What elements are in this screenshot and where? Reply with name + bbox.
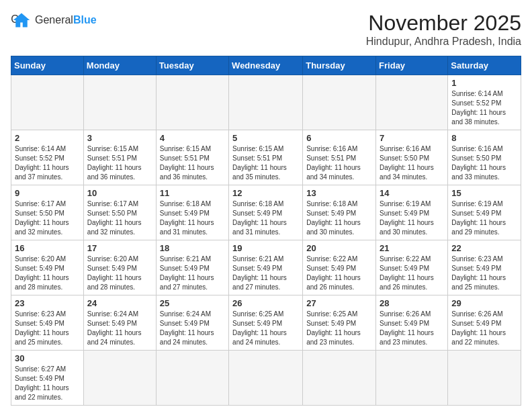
day-number: 7 xyxy=(380,133,444,143)
calendar-cell: 28Sunrise: 6:26 AM Sunset: 5:49 PM Dayli… xyxy=(376,295,448,351)
calendar-cell xyxy=(83,75,156,130)
day-info: Sunrise: 6:17 AM Sunset: 5:50 PM Dayligh… xyxy=(87,199,152,237)
calendar-cell xyxy=(376,351,448,406)
day-info: Sunrise: 6:23 AM Sunset: 5:49 PM Dayligh… xyxy=(15,310,80,347)
day-info: Sunrise: 6:21 AM Sunset: 5:49 PM Dayligh… xyxy=(160,255,225,292)
day-number: 13 xyxy=(306,188,372,198)
day-info: Sunrise: 6:24 AM Sunset: 5:49 PM Dayligh… xyxy=(160,310,225,347)
day-number: 23 xyxy=(15,298,80,308)
calendar-cell: 5Sunrise: 6:15 AM Sunset: 5:51 PM Daylig… xyxy=(229,130,303,185)
day-info: Sunrise: 6:27 AM Sunset: 5:49 PM Dayligh… xyxy=(15,365,80,402)
day-info: Sunrise: 6:25 AM Sunset: 5:49 PM Dayligh… xyxy=(232,310,299,347)
calendar-cell xyxy=(83,351,156,406)
calendar-cell: 15Sunrise: 6:19 AM Sunset: 5:49 PM Dayli… xyxy=(448,185,521,240)
calendar-table: SundayMondayTuesdayWednesdayThursdayFrid… xyxy=(11,56,521,406)
weekday-header-tuesday: Tuesday xyxy=(156,56,228,75)
day-number: 27 xyxy=(306,298,372,308)
weekday-header-wednesday: Wednesday xyxy=(229,56,303,75)
day-number: 14 xyxy=(380,188,444,198)
location-title: Hindupur, Andhra Pradesh, India xyxy=(366,36,521,48)
calendar-cell xyxy=(448,351,521,406)
calendar-cell: 16Sunrise: 6:20 AM Sunset: 5:49 PM Dayli… xyxy=(11,240,84,295)
calendar-cell: 13Sunrise: 6:18 AM Sunset: 5:49 PM Dayli… xyxy=(303,185,376,240)
calendar-cell: 4Sunrise: 6:15 AM Sunset: 5:51 PM Daylig… xyxy=(156,130,228,185)
month-title: November 2025 xyxy=(366,11,521,36)
day-info: Sunrise: 6:14 AM Sunset: 5:52 PM Dayligh… xyxy=(15,144,80,182)
calendar-cell xyxy=(229,75,303,130)
day-number: 3 xyxy=(87,133,152,143)
day-info: Sunrise: 6:16 AM Sunset: 5:50 PM Dayligh… xyxy=(380,144,444,182)
weekday-header-thursday: Thursday xyxy=(303,56,376,75)
day-info: Sunrise: 6:24 AM Sunset: 5:49 PM Dayligh… xyxy=(87,310,152,347)
day-number: 22 xyxy=(451,243,517,253)
day-number: 6 xyxy=(306,133,372,143)
day-number: 21 xyxy=(380,243,444,253)
calendar-cell: 19Sunrise: 6:21 AM Sunset: 5:49 PM Dayli… xyxy=(229,240,303,295)
day-number: 30 xyxy=(15,353,80,363)
day-number: 15 xyxy=(451,188,517,198)
day-number: 9 xyxy=(15,188,80,198)
calendar-cell: 26Sunrise: 6:25 AM Sunset: 5:49 PM Dayli… xyxy=(229,295,303,351)
day-number: 4 xyxy=(160,133,225,143)
calendar-cell: 10Sunrise: 6:17 AM Sunset: 5:50 PM Dayli… xyxy=(83,185,156,240)
day-info: Sunrise: 6:16 AM Sunset: 5:51 PM Dayligh… xyxy=(306,144,372,182)
calendar-cell: 27Sunrise: 6:25 AM Sunset: 5:49 PM Dayli… xyxy=(303,295,376,351)
day-number: 28 xyxy=(380,298,444,308)
calendar-cell: 2Sunrise: 6:14 AM Sunset: 5:52 PM Daylig… xyxy=(11,130,84,185)
week-row-2: 9Sunrise: 6:17 AM Sunset: 5:50 PM Daylig… xyxy=(11,185,521,240)
day-info: Sunrise: 6:18 AM Sunset: 5:49 PM Dayligh… xyxy=(232,199,299,237)
calendar-cell: 14Sunrise: 6:19 AM Sunset: 5:49 PM Dayli… xyxy=(376,185,448,240)
logo-icon: G xyxy=(11,11,32,30)
calendar-cell: 9Sunrise: 6:17 AM Sunset: 5:50 PM Daylig… xyxy=(11,185,84,240)
day-info: Sunrise: 6:21 AM Sunset: 5:49 PM Dayligh… xyxy=(232,255,299,292)
calendar-cell: 3Sunrise: 6:15 AM Sunset: 5:51 PM Daylig… xyxy=(83,130,156,185)
day-info: Sunrise: 6:18 AM Sunset: 5:49 PM Dayligh… xyxy=(306,199,372,237)
day-info: Sunrise: 6:19 AM Sunset: 5:49 PM Dayligh… xyxy=(380,199,444,237)
calendar-cell: 12Sunrise: 6:18 AM Sunset: 5:49 PM Dayli… xyxy=(229,185,303,240)
weekday-header-row: SundayMondayTuesdayWednesdayThursdayFrid… xyxy=(11,56,521,75)
calendar-cell: 30Sunrise: 6:27 AM Sunset: 5:49 PM Dayli… xyxy=(11,351,84,406)
calendar-cell: 25Sunrise: 6:24 AM Sunset: 5:49 PM Dayli… xyxy=(156,295,228,351)
day-number: 29 xyxy=(451,298,517,308)
day-number: 18 xyxy=(160,243,225,253)
day-info: Sunrise: 6:16 AM Sunset: 5:50 PM Dayligh… xyxy=(451,144,517,182)
calendar-cell xyxy=(303,75,376,130)
day-number: 1 xyxy=(451,78,517,88)
calendar-cell: 11Sunrise: 6:18 AM Sunset: 5:49 PM Dayli… xyxy=(156,185,228,240)
weekday-header-monday: Monday xyxy=(83,56,156,75)
day-number: 12 xyxy=(232,188,299,198)
calendar-cell: 18Sunrise: 6:21 AM Sunset: 5:49 PM Dayli… xyxy=(156,240,228,295)
calendar-cell xyxy=(156,75,228,130)
day-info: Sunrise: 6:15 AM Sunset: 5:51 PM Dayligh… xyxy=(87,144,152,182)
week-row-1: 2Sunrise: 6:14 AM Sunset: 5:52 PM Daylig… xyxy=(11,130,521,185)
title-section: November 2025 Hindupur, Andhra Pradesh, … xyxy=(366,11,521,48)
week-row-4: 23Sunrise: 6:23 AM Sunset: 5:49 PM Dayli… xyxy=(11,295,521,351)
week-row-0: 1Sunrise: 6:14 AM Sunset: 5:52 PM Daylig… xyxy=(11,75,521,130)
day-info: Sunrise: 6:22 AM Sunset: 5:49 PM Dayligh… xyxy=(380,255,444,292)
calendar-cell: 20Sunrise: 6:22 AM Sunset: 5:49 PM Dayli… xyxy=(303,240,376,295)
calendar-cell: 17Sunrise: 6:20 AM Sunset: 5:49 PM Dayli… xyxy=(83,240,156,295)
day-info: Sunrise: 6:26 AM Sunset: 5:49 PM Dayligh… xyxy=(451,310,517,347)
calendar-cell xyxy=(376,75,448,130)
day-info: Sunrise: 6:26 AM Sunset: 5:49 PM Dayligh… xyxy=(380,310,444,347)
day-info: Sunrise: 6:20 AM Sunset: 5:49 PM Dayligh… xyxy=(87,255,152,292)
day-number: 17 xyxy=(87,243,152,253)
calendar-cell xyxy=(11,75,84,130)
day-info: Sunrise: 6:20 AM Sunset: 5:49 PM Dayligh… xyxy=(15,255,80,292)
calendar-cell: 29Sunrise: 6:26 AM Sunset: 5:49 PM Dayli… xyxy=(448,295,521,351)
week-row-3: 16Sunrise: 6:20 AM Sunset: 5:49 PM Dayli… xyxy=(11,240,521,295)
weekday-header-saturday: Saturday xyxy=(448,56,521,75)
calendar-cell: 7Sunrise: 6:16 AM Sunset: 5:50 PM Daylig… xyxy=(376,130,448,185)
day-number: 26 xyxy=(232,298,299,308)
day-info: Sunrise: 6:25 AM Sunset: 5:49 PM Dayligh… xyxy=(306,310,372,347)
day-number: 2 xyxy=(15,133,80,143)
day-number: 24 xyxy=(87,298,152,308)
day-info: Sunrise: 6:19 AM Sunset: 5:49 PM Dayligh… xyxy=(451,199,517,237)
logo: G GeneralBlue xyxy=(11,11,97,30)
day-number: 20 xyxy=(306,243,372,253)
day-info: Sunrise: 6:23 AM Sunset: 5:49 PM Dayligh… xyxy=(451,255,517,292)
calendar-cell: 24Sunrise: 6:24 AM Sunset: 5:49 PM Dayli… xyxy=(83,295,156,351)
week-row-5: 30Sunrise: 6:27 AM Sunset: 5:49 PM Dayli… xyxy=(11,351,521,406)
day-number: 25 xyxy=(160,298,225,308)
calendar-cell: 8Sunrise: 6:16 AM Sunset: 5:50 PM Daylig… xyxy=(448,130,521,185)
